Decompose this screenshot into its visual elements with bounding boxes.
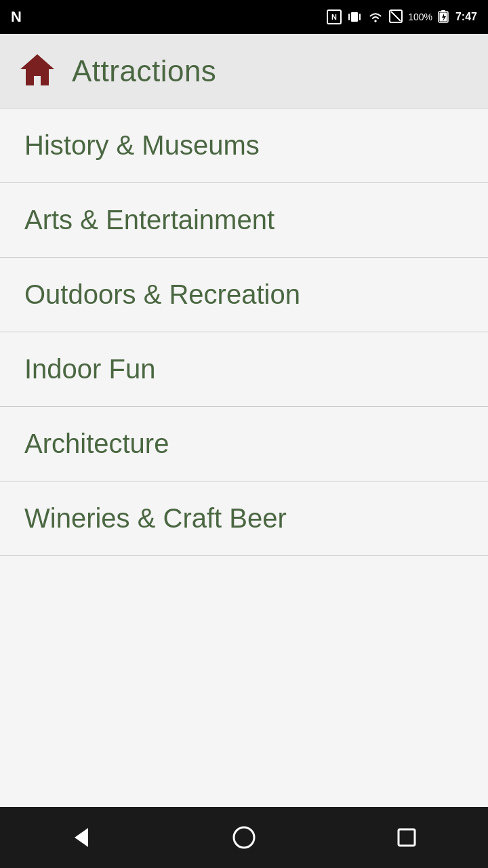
signal-icon	[389, 9, 403, 24]
list-item-history-museums[interactable]: History & Museums	[0, 108, 488, 183]
home-icon[interactable]	[19, 52, 56, 91]
battery-indicator: 100%	[408, 12, 432, 22]
svg-line-7	[391, 12, 401, 21]
svg-rect-2	[351, 12, 358, 22]
app-header: Attractions	[0, 34, 488, 108]
svg-marker-13	[75, 828, 88, 847]
battery-icon	[438, 9, 450, 24]
svg-rect-3	[348, 14, 350, 20]
back-icon	[69, 825, 94, 850]
page-title: Attractions	[72, 54, 216, 88]
list-item-arts-entertainment[interactable]: Arts & Entertainment	[0, 183, 488, 258]
recents-icon	[396, 827, 417, 848]
status-bar: N N 100%	[0, 0, 488, 34]
list-item-indoor-fun[interactable]: Indoor Fun	[0, 332, 488, 407]
svg-rect-9	[441, 10, 445, 12]
network-logo: N	[11, 8, 22, 26]
vibrate-icon	[347, 9, 362, 24]
svg-text:N: N	[331, 13, 337, 21]
clock: 7:47	[455, 11, 477, 23]
recents-button[interactable]	[380, 817, 434, 858]
svg-marker-12	[20, 54, 54, 85]
list-item-architecture[interactable]: Architecture	[0, 407, 488, 481]
home-button[interactable]	[217, 817, 271, 858]
status-bar-left: N	[11, 8, 22, 26]
status-bar-right: N 100% 7:47	[327, 9, 477, 24]
wifi-icon	[367, 9, 384, 24]
svg-point-14	[234, 827, 254, 848]
home-circle-icon	[232, 825, 256, 850]
attractions-list: History & Museums Arts & Entertainment O…	[0, 108, 488, 807]
svg-rect-4	[359, 14, 361, 20]
bottom-nav	[0, 807, 488, 868]
back-button[interactable]	[54, 817, 108, 858]
list-item-wineries-craft-beer[interactable]: Wineries & Craft Beer	[0, 481, 488, 556]
nfc-icon: N	[327, 9, 342, 24]
svg-rect-15	[399, 829, 415, 846]
list-item-outdoors-recreation[interactable]: Outdoors & Recreation	[0, 258, 488, 332]
svg-point-5	[375, 20, 377, 22]
